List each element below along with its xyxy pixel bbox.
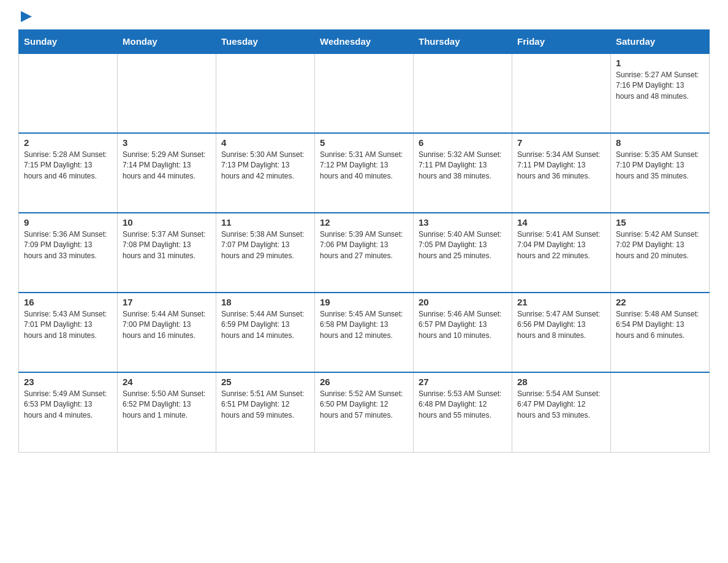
day-number: 2 (24, 137, 112, 148)
calendar-cell: 25Sunrise: 5:51 AM Sunset: 6:51 PM Dayli… (216, 372, 315, 452)
calendar-cell: 7Sunrise: 5:34 AM Sunset: 7:11 PM Daylig… (512, 133, 611, 213)
day-number: 22 (616, 297, 704, 307)
day-number: 24 (123, 377, 211, 387)
calendar-cell: 11Sunrise: 5:38 AM Sunset: 7:07 PM Dayli… (216, 213, 315, 293)
day-number: 21 (517, 297, 605, 307)
logo-triangle-icon (21, 11, 32, 22)
day-number: 15 (616, 217, 704, 228)
day-number: 1 (616, 58, 704, 68)
day-number: 12 (320, 217, 408, 228)
day-info: Sunrise: 5:38 AM Sunset: 7:07 PM Dayligh… (221, 229, 309, 261)
calendar-cell (414, 53, 512, 133)
weekday-header-row: SundayMondayTuesdayWednesdayThursdayFrid… (19, 30, 710, 54)
day-info: Sunrise: 5:34 AM Sunset: 7:11 PM Dayligh… (517, 150, 605, 182)
day-info: Sunrise: 5:44 AM Sunset: 7:00 PM Dayligh… (123, 309, 211, 341)
calendar-week-5: 23Sunrise: 5:49 AM Sunset: 6:53 PM Dayli… (19, 372, 710, 452)
day-info: Sunrise: 5:32 AM Sunset: 7:11 PM Dayligh… (419, 150, 507, 182)
calendar-cell: 27Sunrise: 5:53 AM Sunset: 6:48 PM Dayli… (414, 372, 512, 452)
day-number: 18 (221, 297, 309, 307)
calendar-cell: 4Sunrise: 5:30 AM Sunset: 7:13 PM Daylig… (216, 133, 315, 213)
day-number: 23 (24, 377, 112, 387)
day-number: 11 (221, 217, 309, 228)
calendar-week-3: 9Sunrise: 5:36 AM Sunset: 7:09 PM Daylig… (19, 213, 710, 293)
day-info: Sunrise: 5:52 AM Sunset: 6:50 PM Dayligh… (320, 389, 408, 421)
calendar-cell: 19Sunrise: 5:45 AM Sunset: 6:58 PM Dayli… (315, 293, 414, 372)
calendar-cell: 8Sunrise: 5:35 AM Sunset: 7:10 PM Daylig… (611, 133, 710, 213)
calendar-cell: 1Sunrise: 5:27 AM Sunset: 7:16 PM Daylig… (611, 53, 710, 133)
calendar-cell: 15Sunrise: 5:42 AM Sunset: 7:02 PM Dayli… (611, 213, 710, 293)
calendar-cell: 6Sunrise: 5:32 AM Sunset: 7:11 PM Daylig… (414, 133, 512, 213)
day-number: 27 (419, 377, 507, 387)
page-header (18, 12, 710, 23)
day-number: 5 (320, 137, 408, 148)
calendar-cell: 14Sunrise: 5:41 AM Sunset: 7:04 PM Dayli… (512, 213, 611, 293)
day-info: Sunrise: 5:42 AM Sunset: 7:02 PM Dayligh… (616, 229, 704, 261)
calendar-cell: 22Sunrise: 5:48 AM Sunset: 6:54 PM Dayli… (611, 293, 710, 372)
day-info: Sunrise: 5:44 AM Sunset: 6:59 PM Dayligh… (221, 309, 309, 341)
day-info: Sunrise: 5:50 AM Sunset: 6:52 PM Dayligh… (123, 389, 211, 421)
day-info: Sunrise: 5:37 AM Sunset: 7:08 PM Dayligh… (123, 229, 211, 261)
weekday-header-saturday: Saturday (611, 30, 710, 54)
calendar-cell (512, 53, 611, 133)
weekday-header-sunday: Sunday (19, 30, 118, 54)
day-info: Sunrise: 5:45 AM Sunset: 6:58 PM Dayligh… (320, 309, 408, 341)
day-info: Sunrise: 5:51 AM Sunset: 6:51 PM Dayligh… (221, 389, 309, 421)
weekday-header-friday: Friday (512, 30, 611, 54)
day-number: 25 (221, 377, 309, 387)
calendar-week-2: 2Sunrise: 5:28 AM Sunset: 7:15 PM Daylig… (19, 133, 710, 213)
weekday-header-tuesday: Tuesday (216, 30, 315, 54)
day-info: Sunrise: 5:53 AM Sunset: 6:48 PM Dayligh… (419, 389, 507, 421)
weekday-header-thursday: Thursday (414, 30, 512, 54)
calendar-cell: 12Sunrise: 5:39 AM Sunset: 7:06 PM Dayli… (315, 213, 414, 293)
calendar-table: SundayMondayTuesdayWednesdayThursdayFrid… (18, 29, 710, 453)
day-number: 14 (517, 217, 605, 228)
calendar-cell: 17Sunrise: 5:44 AM Sunset: 7:00 PM Dayli… (118, 293, 216, 372)
calendar-cell: 10Sunrise: 5:37 AM Sunset: 7:08 PM Dayli… (118, 213, 216, 293)
weekday-header-wednesday: Wednesday (315, 30, 414, 54)
calendar-week-1: 1Sunrise: 5:27 AM Sunset: 7:16 PM Daylig… (19, 53, 710, 133)
calendar-cell (611, 372, 710, 452)
calendar-cell: 26Sunrise: 5:52 AM Sunset: 6:50 PM Dayli… (315, 372, 414, 452)
day-number: 6 (419, 137, 507, 148)
day-info: Sunrise: 5:27 AM Sunset: 7:16 PM Dayligh… (616, 70, 704, 102)
day-number: 9 (24, 217, 112, 228)
day-number: 7 (517, 137, 605, 148)
calendar-cell: 20Sunrise: 5:46 AM Sunset: 6:57 PM Dayli… (414, 293, 512, 372)
calendar-cell (118, 53, 216, 133)
day-info: Sunrise: 5:43 AM Sunset: 7:01 PM Dayligh… (24, 309, 112, 341)
calendar-cell: 16Sunrise: 5:43 AM Sunset: 7:01 PM Dayli… (19, 293, 118, 372)
day-number: 4 (221, 137, 309, 148)
calendar-cell: 23Sunrise: 5:49 AM Sunset: 6:53 PM Dayli… (19, 372, 118, 452)
day-number: 3 (123, 137, 211, 148)
day-info: Sunrise: 5:30 AM Sunset: 7:13 PM Dayligh… (221, 150, 309, 182)
day-number: 26 (320, 377, 408, 387)
calendar-week-4: 16Sunrise: 5:43 AM Sunset: 7:01 PM Dayli… (19, 293, 710, 372)
day-info: Sunrise: 5:41 AM Sunset: 7:04 PM Dayligh… (517, 229, 605, 261)
day-number: 20 (419, 297, 507, 307)
weekday-header-monday: Monday (118, 30, 216, 54)
day-info: Sunrise: 5:36 AM Sunset: 7:09 PM Dayligh… (24, 229, 112, 261)
calendar-cell: 2Sunrise: 5:28 AM Sunset: 7:15 PM Daylig… (19, 133, 118, 213)
day-info: Sunrise: 5:31 AM Sunset: 7:12 PM Dayligh… (320, 150, 408, 182)
calendar-cell: 28Sunrise: 5:54 AM Sunset: 6:47 PM Dayli… (512, 372, 611, 452)
day-number: 28 (517, 377, 605, 387)
day-info: Sunrise: 5:29 AM Sunset: 7:14 PM Dayligh… (123, 150, 211, 182)
day-info: Sunrise: 5:40 AM Sunset: 7:05 PM Dayligh… (419, 229, 507, 261)
day-number: 10 (123, 217, 211, 228)
day-number: 16 (24, 297, 112, 307)
day-number: 8 (616, 137, 704, 148)
day-info: Sunrise: 5:28 AM Sunset: 7:15 PM Dayligh… (24, 150, 112, 182)
calendar-cell: 9Sunrise: 5:36 AM Sunset: 7:09 PM Daylig… (19, 213, 118, 293)
day-number: 19 (320, 297, 408, 307)
calendar-cell: 13Sunrise: 5:40 AM Sunset: 7:05 PM Dayli… (414, 213, 512, 293)
calendar-cell (315, 53, 414, 133)
calendar-cell (216, 53, 315, 133)
calendar-cell: 5Sunrise: 5:31 AM Sunset: 7:12 PM Daylig… (315, 133, 414, 213)
logo (18, 12, 32, 23)
day-number: 17 (123, 297, 211, 307)
calendar-cell: 3Sunrise: 5:29 AM Sunset: 7:14 PM Daylig… (118, 133, 216, 213)
day-info: Sunrise: 5:48 AM Sunset: 6:54 PM Dayligh… (616, 309, 704, 341)
day-info: Sunrise: 5:46 AM Sunset: 6:57 PM Dayligh… (419, 309, 507, 341)
day-info: Sunrise: 5:39 AM Sunset: 7:06 PM Dayligh… (320, 229, 408, 261)
calendar-cell: 18Sunrise: 5:44 AM Sunset: 6:59 PM Dayli… (216, 293, 315, 372)
